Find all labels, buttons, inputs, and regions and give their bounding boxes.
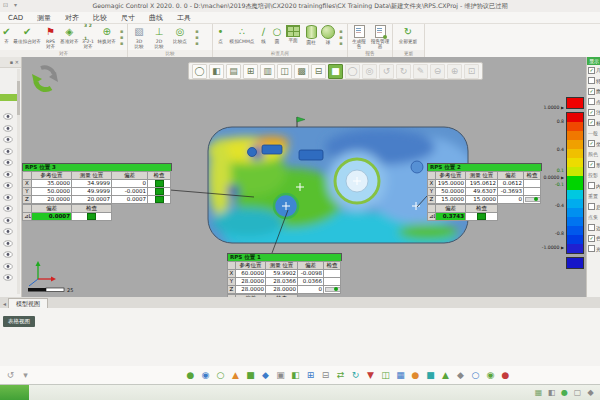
rps-flag-marker[interactable] [297, 117, 305, 127]
menu-item-tools[interactable]: 工具 [177, 13, 191, 23]
tab-nav-arrow-icon[interactable]: ◂ [3, 300, 6, 307]
bottom-tool-icon[interactable]: ◧ [289, 369, 302, 382]
status-icon[interactable]: ◧ [546, 387, 557, 398]
display-option-row[interactable]: 形 [587, 160, 600, 171]
ribbon-button-cylinder[interactable]: 圆柱 [303, 25, 319, 45]
status-icon[interactable]: ● [559, 387, 570, 398]
model-tree-panel[interactable]: ▪ ✕ [0, 57, 22, 297]
bottom-tool-icon[interactable]: ⊟ [319, 369, 332, 382]
checkbox[interactable] [588, 161, 595, 168]
checkbox[interactable] [588, 203, 595, 210]
tree-scrollbar-thumb[interactable] [17, 81, 20, 115]
callout-rps-2[interactable]: RPS 位置 2 参考位置测量 位置偏差检查X195.0000195.06120… [427, 163, 542, 221]
bottom-tool-icon[interactable]: ⇄ [334, 369, 347, 382]
tab-model-view[interactable]: 模型视图 [8, 298, 48, 308]
menu-item-compare[interactable]: 比较 [93, 13, 107, 23]
menu-item-align[interactable]: 对齐 [65, 13, 79, 23]
ribbon-button-line[interactable]: ∕线 [258, 25, 269, 44]
checkbox[interactable] [588, 245, 595, 252]
ribbon-button-align-more[interactable]: ▪▪▪ [118, 25, 125, 50]
ribbon-button-geometry-more[interactable]: ▪▪▪ [337, 25, 345, 50]
display-option-row[interactable]: 光 [587, 244, 600, 255]
menu-item-cad[interactable]: CAD [8, 14, 23, 22]
ribbon-button-create-report[interactable]: 生成报告 [350, 25, 368, 49]
checkbox[interactable] [588, 67, 595, 74]
bottom-tool-icon[interactable]: ◉ [484, 369, 497, 382]
bottom-tool-icon[interactable]: ◫ [379, 369, 392, 382]
checkbox[interactable] [588, 182, 595, 189]
bottom-tool-icon[interactable]: ◉ [199, 369, 212, 382]
ribbon-button-point[interactable]: •点 [215, 25, 226, 44]
ribbon-button-circle[interactable]: ○圆 [271, 25, 283, 44]
bottom-tool-icon[interactable]: ▣ [274, 369, 287, 382]
menu-item-dimension[interactable]: 尺寸 [121, 13, 135, 23]
close-icon[interactable]: ✕ [15, 59, 19, 65]
bottom-tool-icon[interactable]: ▾ [19, 369, 32, 382]
checkbox[interactable] [588, 140, 595, 147]
ribbon-button-edge-partial-align[interactable]: ✔齐 [2, 25, 11, 44]
bottom-tool-icon[interactable]: ● [184, 369, 197, 382]
bottom-tool-icon[interactable]: ■ [244, 369, 257, 382]
checkbox[interactable] [588, 119, 595, 126]
bottom-tool-icon[interactable]: ↻ [349, 369, 362, 382]
ribbon-button-compare-point[interactable]: ◎比较点 [170, 25, 190, 44]
callout-rps-3[interactable]: RPS 位置 3 参考位置测量 位置偏差检查X35.000034.99990Y5… [22, 163, 172, 221]
display-option-row[interactable]: 点 [587, 97, 600, 108]
checkbox[interactable] [588, 88, 595, 95]
ribbon-button-321-align[interactable]: 3 2 13-2-1 对齐 [81, 25, 96, 49]
display-option-row[interactable]: 内 [587, 181, 600, 192]
bottom-tool-icon[interactable]: ○ [214, 369, 227, 382]
bottom-tool-icon[interactable]: ▲ [229, 369, 242, 382]
tolerance-slider[interactable] [525, 197, 541, 202]
status-icon[interactable]: ▢ [572, 387, 583, 398]
ribbon-button-sphere[interactable]: 球 [321, 25, 335, 45]
bottom-tool-icon[interactable]: ● [499, 369, 512, 382]
visibility-eye-icon[interactable] [3, 266, 13, 285]
display-option-row[interactable]: 标 [587, 118, 600, 129]
menu-item-measure[interactable]: 测量 [37, 13, 51, 23]
bottom-tool-icon[interactable]: ▦ [394, 369, 407, 382]
ribbon-button-plane[interactable]: 平面 [285, 25, 301, 43]
ribbon-button-best-fit-align[interactable]: ✔最佳拟合对齐 [13, 25, 41, 44]
bottom-tool-icon[interactable]: ○ [469, 369, 482, 382]
ribbon-button-simulated-cmm-point[interactable]: ∴模拟CMM点 [228, 25, 256, 44]
checkbox[interactable] [588, 235, 595, 242]
ribbon-button-datum-align[interactable]: ◈基准对齐 [60, 25, 79, 44]
display-option-row[interactable]: 几 [587, 65, 600, 76]
scale-gradient-bar[interactable] [566, 112, 584, 254]
display-option-row[interactable]: 启 [587, 202, 600, 213]
display-options-panel[interactable]: 显示 几特面点注标一般坐颜色形投影内重置启点集边色光 [586, 57, 600, 297]
checkbox[interactable] [588, 109, 595, 116]
display-option-row[interactable]: 色 [587, 233, 600, 244]
checkbox[interactable] [588, 224, 595, 231]
tree-selected-row[interactable] [0, 94, 18, 101]
display-option-row[interactable]: 坐 [587, 139, 600, 150]
status-icon[interactable]: ◆ [585, 387, 596, 398]
display-option-row[interactable]: 特 [587, 76, 600, 87]
bottom-tool-icon[interactable]: ◆ [259, 369, 272, 382]
bottom-tool-icon[interactable]: ▼ [364, 369, 377, 382]
bottom-tool-icon[interactable]: ■ [424, 369, 437, 382]
menu-item-curve[interactable]: 曲线 [149, 13, 163, 23]
3d-viewport[interactable]: ◯◧▤⊞▥◫▩⊟■◯◎↺↻✎⊖⊕⊡ [22, 57, 586, 297]
bottom-tool-icon[interactable]: ⊞ [304, 369, 317, 382]
bottom-tool-icon[interactable]: ▲ [439, 369, 452, 382]
bottom-tool-icon[interactable]: ◆ [454, 369, 467, 382]
table-view-badge[interactable]: 表格视图 [3, 316, 35, 327]
tolerance-slider[interactable] [325, 287, 341, 292]
callout-rps-1[interactable]: RPS 位置 1 参考位置测量 位置偏差检查X60.000059.9902-0.… [227, 253, 342, 297]
checkbox[interactable] [588, 98, 595, 105]
display-option-row[interactable]: 注 [587, 107, 600, 118]
ribbon-button-3d-compare[interactable]: ▧3D 比较 [130, 25, 148, 49]
ribbon-button-compare-more[interactable]: ▪▪▪ [192, 25, 202, 50]
deviation-color-scale[interactable] [566, 97, 586, 269]
display-option-row[interactable]: 面 [587, 86, 600, 97]
ribbon-button-2d-compare[interactable]: ⊥2D 比较 [150, 25, 168, 49]
bottom-tool-icon[interactable]: ● [409, 369, 422, 382]
ribbon-button-report-manager[interactable]: 报告管理器 [370, 25, 390, 49]
pin-icon[interactable]: ▪ [10, 59, 13, 65]
ribbon-button-update-all[interactable]: ↻全部更新 [395, 25, 421, 44]
display-option-row[interactable]: 边 [587, 223, 600, 234]
bottom-tool-icon[interactable]: ↺ [4, 369, 17, 382]
status-icon[interactable]: ▦ [533, 387, 544, 398]
